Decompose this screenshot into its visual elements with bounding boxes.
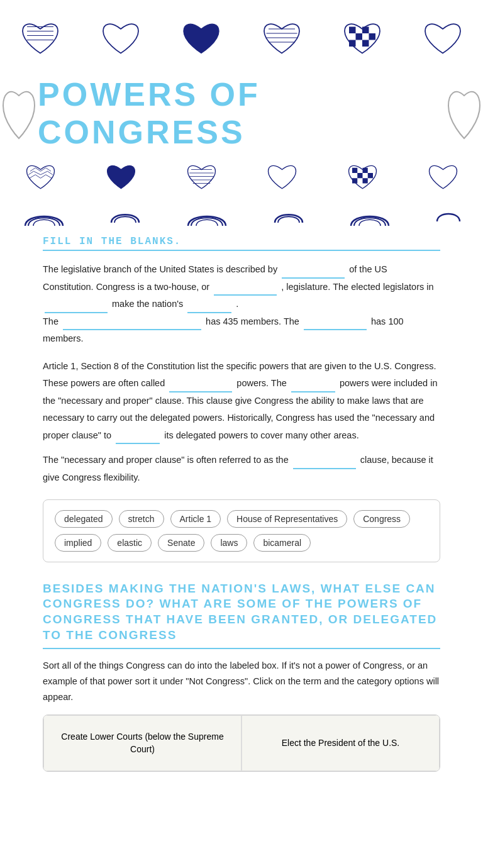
word-chip-elastic[interactable]: elastic bbox=[108, 534, 152, 552]
sort-row-1: Create Lower Courts (below the Supreme C… bbox=[43, 715, 440, 771]
heart-icon-4 bbox=[260, 16, 304, 60]
p2-text-2: powers. The bbox=[236, 378, 287, 388]
half-circle-1 bbox=[22, 204, 66, 228]
blank-10[interactable] bbox=[293, 458, 356, 469]
heart-icon-11 bbox=[345, 159, 380, 194]
blank-1[interactable] bbox=[282, 267, 345, 279]
heart-icon-8 bbox=[104, 159, 138, 194]
section2-header: BESIDES MAKING THE NATION'S LAWS, WHAT E… bbox=[43, 581, 440, 650]
svg-rect-23 bbox=[357, 173, 362, 178]
half-circle-4 bbox=[273, 207, 304, 225]
svg-rect-22 bbox=[362, 167, 367, 172]
word-bank: delegated stretch Article 1 House of Rep… bbox=[43, 499, 440, 562]
blank-8[interactable] bbox=[291, 381, 335, 392]
svg-rect-12 bbox=[349, 40, 356, 47]
half-circle-5 bbox=[348, 204, 392, 228]
word-chip-article1[interactable]: Article 1 bbox=[170, 510, 221, 528]
heart-icon-10 bbox=[265, 159, 299, 194]
svg-rect-26 bbox=[362, 178, 367, 183]
blank-5[interactable] bbox=[63, 319, 201, 330]
svg-rect-24 bbox=[367, 173, 372, 178]
p1-text-6: The bbox=[43, 316, 58, 326]
p1-text-4: make the nation's bbox=[112, 299, 183, 309]
svg-rect-13 bbox=[356, 40, 363, 47]
hearts-row-1 bbox=[0, 0, 483, 75]
svg-rect-4 bbox=[349, 27, 356, 34]
svg-rect-7 bbox=[369, 27, 376, 34]
sort-container: Create Lower Courts (below the Supreme C… bbox=[43, 715, 440, 772]
heart-icon-5 bbox=[340, 16, 384, 60]
p1-text-3: , legislature. The elected legislators i… bbox=[281, 282, 433, 292]
sort-cell-1-text: Create Lower Courts (below the Supreme C… bbox=[57, 731, 228, 755]
p2-text-4: its delegated powers to cover many other… bbox=[164, 430, 359, 440]
side-heart-right bbox=[445, 82, 483, 145]
blank-3[interactable] bbox=[45, 302, 108, 313]
svg-rect-14 bbox=[362, 40, 369, 47]
word-chip-house[interactable]: House of Representatives bbox=[227, 510, 347, 528]
word-chip-implied[interactable]: implied bbox=[55, 534, 101, 552]
blank-7[interactable] bbox=[169, 381, 232, 392]
svg-rect-21 bbox=[352, 167, 357, 172]
svg-rect-25 bbox=[352, 178, 357, 183]
heart-icon-1 bbox=[18, 16, 62, 60]
blank-4[interactable] bbox=[187, 302, 231, 313]
half-circle-2 bbox=[109, 207, 141, 225]
main-content: FILL IN THE BLANKS. The legislative bran… bbox=[0, 230, 483, 797]
half-circle-3 bbox=[185, 204, 229, 228]
heart-icon-2 bbox=[99, 16, 143, 60]
hearts-row-2 bbox=[0, 151, 483, 201]
word-chip-stretch[interactable]: stretch bbox=[119, 510, 164, 528]
blank-9[interactable] bbox=[116, 433, 160, 444]
word-chip-congress[interactable]: Congress bbox=[353, 510, 410, 528]
sort-cell-2-text: Elect the President of the U.S. bbox=[282, 737, 400, 750]
svg-rect-6 bbox=[362, 27, 369, 34]
p1-text-7: has 435 members. The bbox=[206, 316, 299, 326]
fill-blanks-header: FILL IN THE BLANKS. bbox=[43, 236, 440, 251]
half-circle-6 bbox=[436, 208, 461, 223]
blank-6[interactable] bbox=[304, 319, 367, 330]
side-heart-left bbox=[0, 82, 38, 145]
svg-rect-10 bbox=[362, 33, 369, 40]
heart-icon-12 bbox=[426, 159, 460, 194]
header-decoration: POWERS OF CONGRESS bbox=[0, 0, 483, 230]
heart-icon-6 bbox=[421, 16, 465, 60]
heart-icon-3 bbox=[179, 16, 223, 60]
svg-rect-8 bbox=[349, 33, 356, 40]
word-chip-senate[interactable]: Senate bbox=[158, 534, 204, 552]
heart-icon-7 bbox=[23, 159, 58, 194]
word-chip-laws[interactable]: laws bbox=[211, 534, 247, 552]
heart-icon-9 bbox=[184, 159, 219, 194]
sort-cell-1[interactable]: Create Lower Courts (below the Supreme C… bbox=[43, 715, 242, 771]
word-chip-delegated[interactable]: delegated bbox=[55, 510, 113, 528]
paragraph-1: The legislative branch of the United Sta… bbox=[43, 261, 440, 348]
blank-2[interactable] bbox=[214, 284, 277, 296]
svg-rect-11 bbox=[369, 33, 376, 40]
sort-cell-2[interactable]: Elect the President of the U.S. bbox=[242, 715, 440, 771]
half-circle-row bbox=[0, 201, 483, 230]
p3-text-1: The "necessary and proper clause" is oft… bbox=[43, 455, 289, 465]
page-title: POWERS OF CONGRESS bbox=[38, 75, 445, 151]
svg-rect-9 bbox=[356, 33, 363, 40]
paragraph-3: The "necessary and proper clause" is oft… bbox=[43, 452, 440, 486]
sort-instruction: Sort all of the things Congress can do i… bbox=[43, 658, 440, 704]
word-chip-bicameral[interactable]: bicameral bbox=[253, 534, 311, 552]
p1-text-1: The legislative branch of the United Sta… bbox=[43, 264, 277, 274]
p1-text-5: . bbox=[236, 299, 238, 309]
paragraph-2: Article 1, Section 8 of the Constitution… bbox=[43, 358, 440, 445]
